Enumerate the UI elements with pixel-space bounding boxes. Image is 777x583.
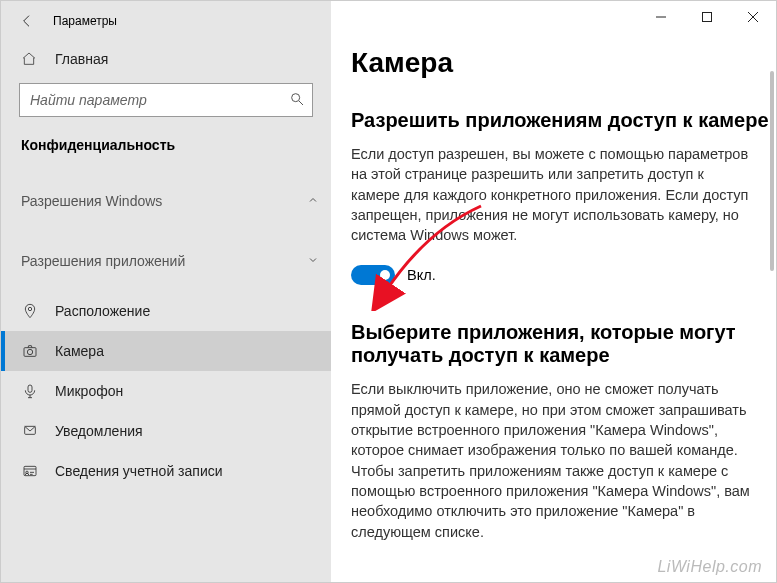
svg-rect-4 [28,385,32,392]
home-label: Главная [55,51,108,67]
sidebar-item-label: Микрофон [55,383,123,399]
search-icon [289,91,305,111]
back-button[interactable] [15,9,39,33]
window-controls [638,1,776,33]
settings-window: Параметры Главная Конфиденциальность Раз… [0,0,777,583]
maximize-button[interactable] [684,1,730,33]
toggle-label: Вкл. [407,267,436,283]
sidebar: Параметры Главная Конфиденциальность Раз… [1,1,331,582]
group-label: Разрешения приложений [21,253,185,269]
section-title: Конфиденциальность [1,131,331,171]
sidebar-item-location[interactable]: Расположение [1,291,331,331]
microphone-icon [21,383,39,399]
titlebar: Параметры [1,1,331,41]
allow-apps-title: Разрешить приложениям доступ к камере [351,109,776,132]
svg-point-1 [28,307,31,310]
camera-icon [21,343,39,359]
svg-point-0 [292,94,300,102]
search-input[interactable] [19,83,313,117]
chevron-up-icon [307,193,319,209]
window-title: Параметры [53,14,117,28]
content-area: Камера Разрешить приложениям доступ к ка… [331,1,776,582]
sidebar-item-camera[interactable]: Камера [1,331,331,371]
watermark: LiWiHelp.com [657,558,762,576]
sidebar-item-account-info[interactable]: Сведения учетной записи [1,451,331,491]
camera-access-toggle-row: Вкл. [351,265,776,285]
sidebar-item-label: Расположение [55,303,150,319]
minimize-button[interactable] [638,1,684,33]
notifications-icon [21,423,39,439]
group-app-permissions[interactable]: Разрешения приложений [1,231,331,291]
svg-point-3 [27,349,32,354]
account-info-icon [21,463,39,479]
group-label: Разрешения Windows [21,193,162,209]
location-icon [21,303,39,319]
page-title: Камера [351,47,776,79]
sidebar-item-notifications[interactable]: Уведомления [1,411,331,451]
home-icon [21,51,39,67]
search-wrap [19,83,313,117]
camera-access-toggle[interactable] [351,265,395,285]
sidebar-item-label: Уведомления [55,423,143,439]
choose-apps-title: Выберите приложения, которые могут получ… [351,321,776,367]
sidebar-item-label: Камера [55,343,104,359]
chevron-down-icon [307,253,319,269]
choose-apps-description: Если выключить приложение, оно не сможет… [351,379,752,541]
sidebar-item-microphone[interactable]: Микрофон [1,371,331,411]
svg-rect-8 [703,13,712,22]
allow-apps-description: Если доступ разрешен, вы можете с помощь… [351,144,752,245]
sidebar-item-label: Сведения учетной записи [55,463,223,479]
home-nav[interactable]: Главная [1,41,331,77]
group-windows-permissions[interactable]: Разрешения Windows [1,171,331,231]
close-button[interactable] [730,1,776,33]
scrollbar[interactable] [770,71,774,271]
